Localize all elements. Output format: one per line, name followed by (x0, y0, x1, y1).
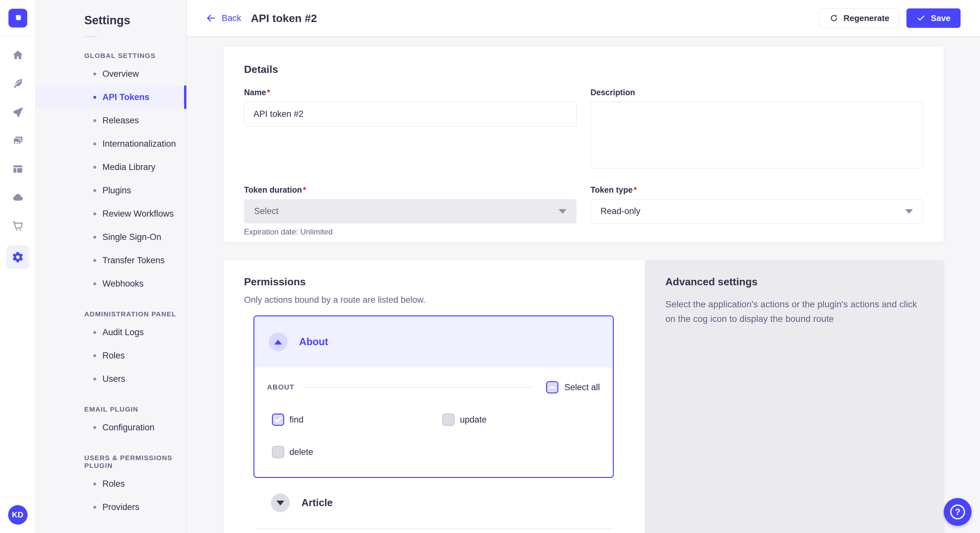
sidebar-item-overview[interactable]: Overview (36, 62, 186, 86)
token-type-label: Token type* (590, 185, 923, 195)
token-type-select[interactable]: Read-only (590, 199, 923, 224)
cart-icon[interactable] (12, 220, 24, 232)
nav-list-users-permissions: Roles Providers (36, 472, 186, 519)
about-accordion: About ABOUT Select all (253, 316, 614, 478)
bullet-dot (93, 166, 96, 169)
about-accordion-body: ABOUT Select all find (255, 381, 613, 477)
sidebar-item-plugins[interactable]: Plugins (36, 179, 186, 202)
strapi-logo-icon (12, 13, 23, 24)
token-duration-value: Select (254, 206, 278, 216)
sidebar-item-label: Review Workflows (102, 209, 174, 219)
sidebar-item-api-tokens[interactable]: API Tokens (36, 86, 186, 109)
about-group-row: ABOUT Select all (267, 381, 600, 393)
delete-label: delete (290, 447, 313, 457)
sidebar-item-label: Roles (102, 479, 125, 489)
regenerate-button[interactable]: Regenerate (819, 8, 900, 28)
refresh-icon (829, 14, 838, 23)
sidebar-item-admin-roles[interactable]: Roles (36, 344, 186, 367)
update-checkbox[interactable] (442, 414, 455, 426)
save-label: Save (931, 13, 950, 23)
sidebar-item-internationalization[interactable]: Internationalization (36, 132, 186, 155)
rail-footer: KD (0, 497, 35, 533)
sidebar-item-review-workflows[interactable]: Review Workflows (36, 202, 186, 225)
permissions-subtitle: Only actions bound by a route are listed… (244, 295, 645, 305)
sidebar-item-admin-users[interactable]: Users (36, 367, 186, 390)
token-duration-select[interactable]: Select (244, 199, 576, 224)
home-icon[interactable] (12, 49, 24, 61)
sidebar-item-up-roles[interactable]: Roles (36, 472, 186, 495)
sidebar-item-label: Transfer Tokens (102, 255, 165, 265)
icon-rail: KD (0, 0, 36, 533)
feather-icon[interactable] (12, 78, 24, 89)
description-textarea[interactable] (590, 102, 923, 168)
sidebar-item-label: Audit Logs (102, 327, 144, 338)
article-accordion-header[interactable]: Article (271, 493, 645, 512)
section-hairline (256, 528, 614, 529)
nav-list-global-settings: Overview API Tokens Releases Internation… (36, 62, 186, 295)
strapi-logo[interactable] (8, 9, 27, 27)
back-link[interactable]: Back (205, 13, 241, 24)
bullet-dot (93, 354, 96, 357)
name-input[interactable] (244, 102, 576, 127)
save-button[interactable]: Save (907, 8, 961, 28)
about-accordion-header[interactable]: About (255, 316, 613, 368)
sidebar-item-label: Webhooks (102, 279, 143, 289)
sidebar-item-webhooks[interactable]: Webhooks (36, 272, 186, 295)
bullet-dot (93, 506, 96, 509)
token-type-value: Read-only (600, 206, 640, 216)
sidebar-item-label: Users (102, 374, 126, 384)
sidebar-item-transfer-tokens[interactable]: Transfer Tokens (36, 249, 186, 272)
user-avatar[interactable]: KD (8, 505, 27, 525)
section-label-email-plugin: EMAIL PLUGIN (84, 405, 186, 413)
sidebar-item-email-configuration[interactable]: Configuration (36, 416, 186, 439)
section-label-users-permissions-plugin: USERS & PERMISSIONS PLUGIN (84, 454, 186, 470)
settings-gear-icon[interactable] (6, 246, 30, 269)
token-duration-hint: Expiration date: Unlimited (244, 227, 576, 236)
sidebar-item-label: Providers (102, 502, 139, 512)
bullet-dot (93, 213, 96, 215)
find-checkbox[interactable] (272, 414, 284, 426)
sidebar-item-label: API Tokens (102, 92, 150, 102)
settings-subnav: Settings GLOBAL SETTINGS Overview API To… (36, 0, 187, 533)
sidebar-item-label: Media Library (102, 162, 156, 172)
layout-icon[interactable] (12, 163, 24, 175)
permission-update: update (442, 414, 613, 426)
name-label: Name* (244, 88, 576, 97)
help-button[interactable]: ? (944, 498, 972, 526)
token-duration-label: Token duration* (244, 185, 576, 195)
rail-icon-list (0, 49, 35, 269)
media-library-icon[interactable] (12, 135, 24, 146)
collapse-toggle-button[interactable] (269, 333, 288, 351)
update-label: update (460, 415, 487, 425)
select-all-control[interactable]: Select all (546, 381, 600, 393)
name-field-group: Name* (244, 88, 576, 127)
header-actions: Regenerate Save (819, 8, 961, 28)
arrow-left-icon (205, 13, 216, 24)
sidebar-item-label: Single Sign-On (102, 232, 161, 242)
sidebar-item-media-library[interactable]: Media Library (36, 155, 186, 179)
delete-checkbox[interactable] (272, 446, 284, 458)
sidebar-item-single-sign-on[interactable]: Single Sign-On (36, 225, 186, 249)
expand-toggle-button[interactable] (271, 493, 290, 512)
sidebar-item-audit-logs[interactable]: Audit Logs (36, 320, 186, 344)
cloud-icon[interactable] (12, 192, 24, 203)
select-all-checkbox[interactable] (546, 381, 558, 393)
bullet-dot (93, 331, 96, 334)
details-card: Details Name* Description Token duration… (224, 47, 944, 242)
settings-nav-title: Settings (84, 14, 186, 27)
chevron-up-icon (274, 339, 282, 344)
description-field-group: Description (590, 88, 923, 170)
sidebar-item-releases[interactable]: Releases (36, 109, 186, 132)
about-accordion-title: About (299, 336, 328, 348)
question-mark-icon: ? (950, 504, 965, 519)
advanced-settings-title: Advanced settings (665, 276, 921, 288)
permission-delete: delete (272, 446, 445, 458)
sidebar-item-label: Configuration (102, 423, 154, 433)
token-duration-field-group: Token duration* Select Expiration date: … (244, 185, 576, 236)
chevron-down-icon (905, 209, 913, 214)
chevron-down-icon (277, 501, 284, 506)
sidebar-item-up-providers[interactable]: Providers (36, 495, 186, 519)
group-divider (304, 387, 533, 388)
paper-plane-icon[interactable] (12, 106, 24, 118)
advanced-settings-description: Select the application's actions or the … (665, 297, 921, 326)
